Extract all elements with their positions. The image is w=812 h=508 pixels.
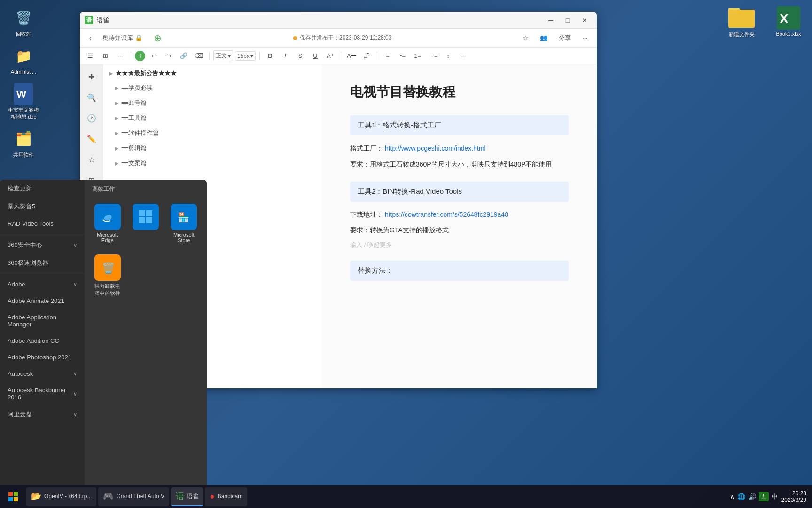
taskbar-item-openiv[interactable]: 📂 OpenIV - x64d.rp... bbox=[26, 487, 96, 506]
notebook-item-software[interactable]: ▶ ==软件操作篇 bbox=[103, 126, 322, 141]
star-button[interactable]: ☆ bbox=[519, 32, 532, 43]
undo-button[interactable]: ↩ bbox=[147, 50, 160, 62]
list-view-button[interactable]: ☰ bbox=[84, 50, 97, 62]
align-button[interactable]: ≡ bbox=[381, 50, 394, 62]
share-button[interactable]: 分享 bbox=[555, 32, 575, 44]
sidebar-icon-star[interactable]: ☆ bbox=[83, 151, 100, 168]
system-clock[interactable]: 20:28 2023/8/29 bbox=[781, 490, 806, 503]
notebook-item-account[interactable]: ▶ ==账号篇 bbox=[103, 95, 322, 111]
sup-button[interactable]: A⁺ bbox=[324, 50, 337, 62]
back-button[interactable]: ‹ bbox=[86, 32, 95, 43]
pinned-app-unknown[interactable] bbox=[128, 200, 163, 247]
desktop-icon-shared[interactable]: 🗂️ 共用软件 bbox=[5, 126, 42, 160]
notebook-announcement[interactable]: ▶ ★★★最新公告★★★ bbox=[103, 66, 322, 80]
notebook-item-copywriting[interactable]: ▶ ==文案篇 bbox=[103, 156, 322, 171]
desktop-icon-recycle[interactable]: 🗑️ 回收站 bbox=[5, 5, 42, 39]
save-indicator bbox=[293, 36, 297, 40]
notebook-item-tools[interactable]: ▶ ==工具篇 bbox=[103, 111, 322, 126]
notebook-breadcrumb[interactable]: 奥特知识库 🔒 bbox=[99, 32, 146, 44]
network-icon[interactable]: 🌐 bbox=[737, 493, 745, 500]
ime-indicator[interactable]: 五 bbox=[759, 492, 769, 501]
tools-label: ==工具篇 bbox=[121, 114, 147, 122]
start-button[interactable] bbox=[4, 487, 23, 506]
start-item-adobe-ps[interactable]: Adobe Photoshop 2021 bbox=[0, 349, 85, 365]
desktop-icon-word[interactable]: W 生宝宝文案模板地想.doc bbox=[5, 81, 42, 121]
ordered-list-button[interactable]: 1≡ bbox=[411, 50, 424, 62]
start-item-adobe-app-mgr[interactable]: Adobe Application Manager bbox=[0, 309, 85, 333]
notebook-item-student[interactable]: ▶ ==学员必读 bbox=[103, 80, 322, 95]
desktop-icon-excel[interactable]: X Book1.xlsx bbox=[770, 5, 807, 38]
indent-inc-button[interactable]: →≡ bbox=[426, 50, 440, 62]
font-style-select[interactable]: 正文 ▾ bbox=[213, 50, 233, 61]
start-item-aliyun[interactable]: 阿里云盘 ∨ bbox=[0, 405, 85, 423]
shared-folder-icon: 🗂️ bbox=[12, 127, 35, 150]
tool2-placeholder[interactable]: 输入 / 唤起更多 bbox=[350, 241, 569, 249]
uninstaller-icon: 🗑️ bbox=[94, 254, 121, 281]
bullet-list-button[interactable]: •≡ bbox=[396, 50, 409, 62]
eraser-button[interactable]: ⌫ bbox=[192, 50, 205, 62]
line-spacing-button[interactable]: ↕ bbox=[442, 50, 455, 62]
more-tools-button[interactable]: ··· bbox=[114, 50, 127, 62]
redo-button[interactable]: ↪ bbox=[162, 50, 175, 62]
start-item-storm[interactable]: 暴风影音5 bbox=[0, 198, 85, 215]
link-button[interactable]: 🔗 bbox=[177, 50, 190, 62]
save-timestamp: 保存并发布于：2023-08-29 12:28:03 bbox=[300, 34, 391, 42]
start-item-check-update[interactable]: 检查更新 bbox=[0, 180, 85, 198]
sidebar-icon-add[interactable]: ✚ bbox=[83, 68, 100, 85]
start-item-rad[interactable]: RAD Video Tools bbox=[0, 215, 85, 232]
maximize-button[interactable]: □ bbox=[560, 14, 575, 27]
more-format-button[interactable]: ··· bbox=[457, 50, 470, 62]
pinned-app-store[interactable]: 🏪 Microsoft Store bbox=[167, 200, 201, 247]
add-block-button[interactable]: + bbox=[135, 51, 145, 61]
start-item-autodesk[interactable]: Autodesk ∨ bbox=[0, 365, 85, 382]
separator-1 bbox=[0, 234, 85, 234]
desktop-icons-right: 新建文件夹 X Book1.xlsx bbox=[723, 5, 807, 38]
desktop-icon-new-folder[interactable]: 新建文件夹 bbox=[723, 5, 760, 38]
font-size-select[interactable]: 15px ▾ bbox=[235, 51, 256, 61]
ime-lang[interactable]: 中 bbox=[772, 492, 778, 501]
editing-label: ==剪辑篇 bbox=[121, 144, 147, 152]
pinned-app-edge[interactable]: Microsoft Edge bbox=[90, 200, 125, 247]
start-item-adobe[interactable]: Adobe ∨ bbox=[0, 276, 85, 293]
yuque-toolbar: ☰ ⊞ ··· + ↩ ↪ 🔗 ⌫ 正文 ▾ 15px ▾ B I S U A⁺ bbox=[80, 48, 597, 64]
start-item-autodesk-backburner[interactable]: Autodesk Backburner 2016 ∨ bbox=[0, 382, 85, 405]
text-color-button[interactable]: A bbox=[345, 50, 358, 62]
taskbar: 📂 OpenIV - x64d.rp... 🎮 Grand Theft Auto… bbox=[0, 485, 812, 508]
start-item-adobe-animate[interactable]: Adobe Animate 2021 bbox=[0, 293, 85, 309]
taskbar-item-bandicam[interactable]: ● Bandicam bbox=[205, 487, 247, 506]
sidebar-icon-history[interactable]: 🕐 bbox=[83, 110, 100, 127]
tool2-url-link[interactable]: https://cowtransfer.com/s/52648fc2919a48 bbox=[385, 211, 508, 218]
announcement-expand-icon: ▶ bbox=[109, 71, 113, 76]
section-tool1: 工具1：格式转换-格式工厂 bbox=[350, 115, 569, 135]
expand-arrow-360: ∨ bbox=[73, 242, 77, 248]
tray-up-arrow[interactable]: ∧ bbox=[730, 493, 734, 500]
indent-button[interactable]: ⊞ bbox=[99, 50, 112, 62]
strikethrough-button[interactable]: S bbox=[294, 50, 307, 62]
taskbar-item-yuque[interactable]: 语 语雀 bbox=[171, 487, 203, 506]
more-button[interactable]: ··· bbox=[578, 32, 591, 43]
sidebar-icon-bookmark[interactable]: ✏️ bbox=[83, 130, 100, 147]
pinned-app-uninstaller[interactable]: 🗑️ 强力卸载电脑中的软件 bbox=[90, 251, 125, 301]
volume-icon[interactable]: 🔊 bbox=[748, 493, 756, 500]
start-item-360-security[interactable]: 360安全中心 ∨ bbox=[0, 236, 85, 254]
desktop-icon-admin[interactable]: 📁 Administr... bbox=[5, 43, 42, 77]
close-button[interactable]: ✕ bbox=[577, 14, 592, 27]
svg-rect-9 bbox=[139, 210, 145, 216]
members-button[interactable]: 👥 bbox=[536, 32, 551, 43]
start-item-adobe-audition[interactable]: Adobe Audition CC bbox=[0, 333, 85, 349]
svg-rect-11 bbox=[139, 217, 145, 223]
add-doc-button[interactable]: ⊕ bbox=[150, 31, 165, 46]
highlight-button[interactable]: 🖊 bbox=[360, 50, 373, 62]
sidebar-icon-search[interactable]: 🔍 bbox=[83, 89, 100, 106]
taskbar-item-gta[interactable]: 🎮 Grand Theft Auto V bbox=[98, 487, 169, 506]
store-icon: 🏪 bbox=[171, 204, 197, 230]
start-item-360-browser[interactable]: 360极速浏览器 bbox=[0, 254, 85, 272]
store-label: Microsoft Store bbox=[169, 232, 199, 243]
notebook-item-editing[interactable]: ▶ ==剪辑篇 bbox=[103, 141, 322, 156]
italic-button[interactable]: I bbox=[279, 50, 292, 62]
tool1-title: 工具1：格式转换-格式工厂 bbox=[358, 121, 441, 129]
minimize-button[interactable]: ─ bbox=[543, 14, 558, 27]
bold-button[interactable]: B bbox=[264, 50, 277, 62]
tool1-url-link[interactable]: http://www.pcgeshi.com/index.html bbox=[385, 144, 486, 152]
underline-button[interactable]: U bbox=[309, 50, 322, 62]
